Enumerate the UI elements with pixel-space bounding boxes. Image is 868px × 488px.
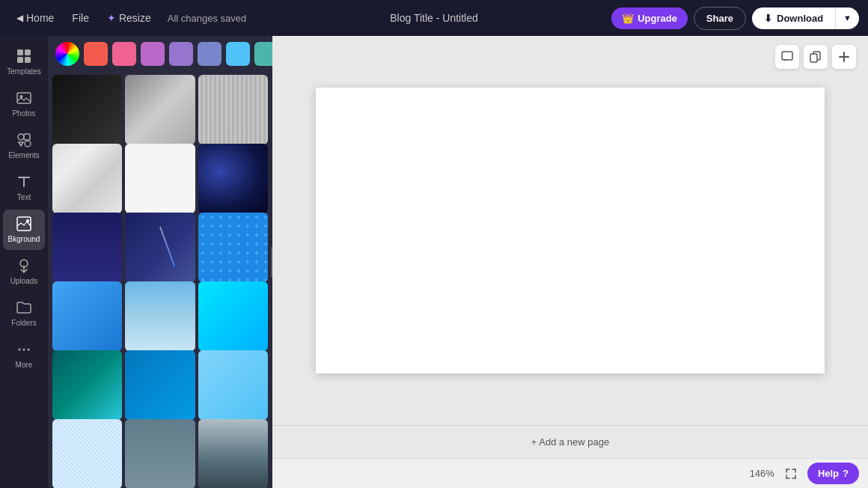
bg-thumb-sky-blue[interactable]: [198, 350, 268, 420]
sidebar-item-more[interactable]: More: [3, 335, 45, 376]
color-swatch-6[interactable]: [254, 42, 272, 66]
folders-label: Folders: [11, 319, 36, 328]
svg-rect-15: [782, 52, 792, 60]
svg-rect-4: [17, 93, 31, 103]
download-label: Download: [777, 13, 823, 24]
more-icon: [16, 341, 32, 358]
zoom-level: 146%: [750, 468, 774, 479]
svg-point-12: [19, 349, 21, 351]
resize-label: Resize: [119, 12, 151, 24]
bg-thumb-lightning[interactable]: [125, 213, 195, 282]
canvas-wrapper: [272, 36, 868, 425]
svg-rect-2: [17, 57, 23, 63]
svg-point-5: [20, 95, 23, 98]
bg-thumb-rain[interactable]: [125, 419, 195, 488]
svg-point-8: [25, 141, 31, 147]
bg-thumb-cyan-grad[interactable]: [198, 281, 268, 351]
sidebar-item-photos[interactable]: Photos: [3, 84, 45, 124]
text-label: Text: [17, 193, 31, 202]
panel-collapse-button[interactable]: ◀: [271, 247, 272, 277]
svg-rect-3: [25, 57, 31, 63]
main-area: Templates Photos Elements: [0, 36, 868, 488]
canvas-toolbar: [775, 45, 856, 69]
svg-point-6: [18, 134, 24, 140]
bg-thumb-mountain[interactable]: [198, 419, 268, 488]
add-page-label: + Add a new page: [531, 436, 609, 448]
fullscreen-button[interactable]: [780, 463, 801, 484]
background-label: Bkground: [8, 235, 40, 244]
sidebar-icons: Templates Photos Elements: [0, 36, 48, 488]
bg-thumb-black[interactable]: [52, 75, 122, 144]
svg-point-13: [23, 349, 25, 351]
background-panel: ▶ ◀: [48, 36, 272, 488]
svg-point-10: [26, 219, 29, 222]
doc-title: Blog Title - Untitled: [390, 12, 478, 24]
svg-rect-17: [810, 54, 817, 62]
topbar-left: ◀ Home File ✦ Resize All changes saved: [9, 7, 246, 28]
download-button[interactable]: ⬇ Download: [752, 7, 835, 29]
canvas-page[interactable]: [316, 88, 825, 373]
bg-thumb-cyan-pattern[interactable]: [198, 213, 268, 282]
templates-icon: [16, 48, 32, 64]
share-button[interactable]: Share: [694, 7, 746, 30]
color-row: ▶: [48, 36, 272, 72]
file-label: File: [72, 12, 89, 24]
sidebar-item-text[interactable]: Text: [3, 168, 45, 208]
bg-thumb-wood[interactable]: [198, 75, 268, 144]
comment-button[interactable]: [775, 45, 799, 69]
upgrade-label: Upgrade: [638, 13, 677, 24]
folders-icon: [16, 299, 32, 316]
sidebar-item-uploads[interactable]: Uploads: [3, 251, 45, 292]
color-swatch-5[interactable]: [226, 42, 250, 66]
bg-thumb-blue-grad[interactable]: [52, 281, 122, 351]
bg-thumb-clouds[interactable]: [125, 75, 195, 144]
color-wheel[interactable]: [55, 42, 79, 66]
crown-icon: 👑: [622, 13, 634, 24]
help-symbol: ?: [843, 468, 849, 479]
add-page-bar[interactable]: + Add a new page: [272, 425, 868, 458]
color-swatch-1[interactable]: [112, 42, 136, 66]
download-group: ⬇ Download ▼: [752, 7, 859, 29]
color-swatch-4[interactable]: [198, 42, 221, 66]
uploads-label: Uploads: [10, 277, 38, 286]
sidebar-item-background[interactable]: Bkground: [3, 210, 45, 250]
color-swatch-3[interactable]: [169, 42, 193, 66]
bg-thumb-marble[interactable]: [52, 144, 122, 213]
color-swatch-0[interactable]: [84, 42, 108, 66]
sidebar-item-elements[interactable]: Elements: [3, 126, 45, 166]
share-label: Share: [706, 13, 733, 24]
home-label: Home: [26, 12, 54, 24]
upgrade-button[interactable]: 👑 Upgrade: [611, 7, 688, 29]
resize-button[interactable]: ✦ Resize: [100, 7, 159, 28]
canvas-area: + Add a new page 146% Help ?: [272, 36, 868, 488]
saved-status: All changes saved: [168, 13, 247, 24]
file-button[interactable]: File: [64, 7, 97, 28]
help-button[interactable]: Help ?: [807, 463, 859, 484]
svg-point-14: [28, 349, 30, 351]
bg-thumb-white[interactable]: [125, 144, 195, 213]
color-swatch-2[interactable]: [141, 42, 165, 66]
svg-rect-7: [24, 134, 30, 140]
photos-label: Photos: [12, 109, 35, 118]
download-icon: ⬇: [764, 13, 772, 24]
photos-icon: [16, 90, 32, 106]
bg-thumb-light-blue-pat[interactable]: [52, 419, 122, 488]
copy-button[interactable]: [804, 45, 828, 69]
download-chevron-button[interactable]: ▼: [835, 7, 859, 29]
bg-thumb-dark-blue[interactable]: [52, 213, 122, 282]
uploads-icon: [16, 257, 32, 274]
home-button[interactable]: ◀ Home: [9, 7, 61, 28]
bg-thumb-blue-water2[interactable]: [125, 350, 195, 420]
bg-thumb-space[interactable]: [198, 144, 268, 213]
elements-label: Elements: [8, 151, 40, 160]
sidebar-item-folders[interactable]: Folders: [3, 293, 45, 334]
text-icon: [16, 174, 32, 190]
bg-thumb-jellyfish[interactable]: [125, 281, 195, 351]
elements-icon: [16, 132, 32, 148]
templates-label: Templates: [7, 67, 41, 76]
sidebar-item-templates[interactable]: Templates: [3, 42, 45, 82]
bg-thumb-teal-water[interactable]: [52, 350, 122, 420]
help-label: Help: [818, 468, 839, 479]
add-button[interactable]: [832, 45, 856, 69]
more-label: More: [16, 361, 33, 370]
